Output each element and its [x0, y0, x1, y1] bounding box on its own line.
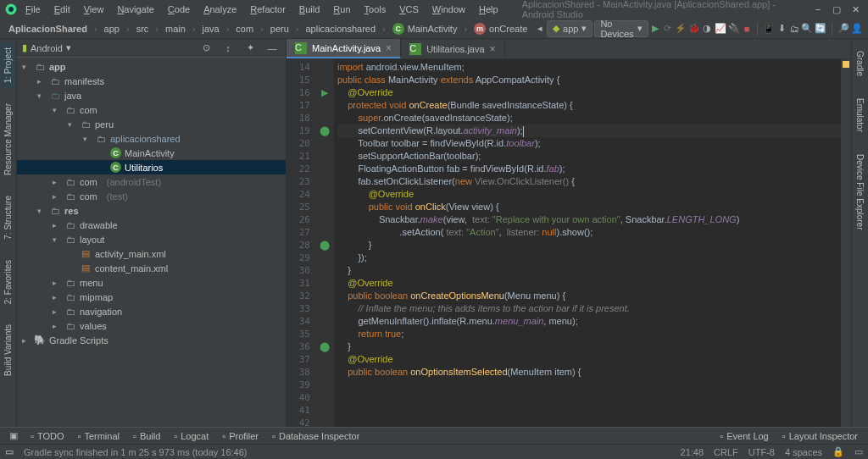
apply-code-changes-button[interactable]: ⚡: [675, 20, 687, 37]
editor-tab-utilitarios-java[interactable]: C Utilitarios.java ×: [401, 39, 504, 58]
resource-manager-button[interactable]: 🗂: [789, 20, 800, 37]
bottom-tool-layout-inspector[interactable]: ▫Layout Inspector: [777, 429, 863, 443]
window-maximize-button[interactable]: ▢: [829, 2, 844, 17]
menu-window[interactable]: Window: [427, 3, 470, 16]
menu-tools[interactable]: Tools: [359, 3, 392, 16]
status-encoding[interactable]: UTF-8: [748, 447, 775, 457]
breadcrumb-peru[interactable]: peru: [267, 22, 292, 36]
tree-node-activity-main-xml[interactable]: ▤ activity_main.xml: [17, 246, 286, 261]
apply-changes-button[interactable]: ⟳: [662, 20, 673, 37]
bottom-tool-profiler[interactable]: ▫Profiler: [217, 429, 264, 443]
run-config-selector[interactable]: ◆ app ▾: [547, 20, 593, 37]
show-toolwindows-icon[interactable]: ▣: [5, 428, 22, 445]
sdk-manager-button[interactable]: ⬇: [776, 20, 787, 37]
window-close-button[interactable]: ✕: [848, 2, 863, 17]
breadcrumb-src[interactable]: src: [133, 22, 153, 36]
menu-code[interactable]: Code: [163, 3, 195, 16]
tree-node-mipmap[interactable]: ▸🗀 mipmap: [17, 290, 286, 304]
tree-node-utilitarios[interactable]: C Utilitarios: [17, 160, 286, 174]
bottom-tool-event-log[interactable]: ▫Event Log: [715, 429, 773, 443]
code-content[interactable]: import android.view.MenuItem;public clas…: [334, 59, 841, 427]
tree-node-values[interactable]: ▸🗀 values: [17, 318, 286, 333]
select-device-back-icon[interactable]: ◂: [534, 20, 545, 37]
project-tree[interactable]: ▾🗀 app ▸🗀 manifests ▾🗀 java ▾🗀 com ▾🗀 pe…: [17, 58, 286, 427]
menu-view[interactable]: View: [79, 3, 109, 16]
profiler-button[interactable]: 📈: [715, 20, 726, 37]
line-number-gutter[interactable]: 14 15 16 17 18 19 20 21 22 23 24 25 26 2…: [287, 59, 315, 427]
tree-node-gradle-scripts[interactable]: ▸🐘 Gradle Scripts: [17, 333, 286, 347]
sidebar-scope-selector[interactable]: ▮ Android ▾: [22, 42, 71, 53]
sidebar-expand-icon[interactable]: ↕: [220, 40, 236, 57]
breadcrumb-app[interactable]: app: [101, 22, 123, 36]
tree-node-manifests[interactable]: ▸🗀 manifests: [17, 74, 286, 88]
coverage-button[interactable]: ◑: [702, 20, 713, 37]
bottom-tool-logcat[interactable]: ▫Logcat: [169, 429, 214, 443]
warning-marker-icon[interactable]: [843, 61, 849, 68]
status-cursor-position[interactable]: 21:48: [681, 447, 704, 457]
avd-manager-button[interactable]: 📱: [763, 20, 775, 37]
bottom-tool-build[interactable]: ▫Build: [128, 429, 165, 443]
rail-tab-gradle[interactable]: Gradle: [854, 46, 866, 81]
bottom-tool-database-inspector[interactable]: ▫Database Inspector: [267, 429, 364, 443]
breadcrumb-java[interactable]: java: [198, 22, 222, 36]
rail-tab-emulator[interactable]: Emulator: [854, 93, 866, 137]
tree-node-mainactivity[interactable]: C MainActivity: [17, 146, 286, 160]
breadcrumb-mainactivity[interactable]: CMainActivity: [389, 21, 461, 36]
tree-node-com-androidtest[interactable]: ▸🗀 com (androidTest): [17, 174, 286, 189]
status-notifications-icon[interactable]: ▭: [854, 446, 863, 457]
status-line-separator[interactable]: CRLF: [714, 447, 738, 457]
close-tab-icon[interactable]: ×: [490, 44, 496, 54]
bottom-tool-todo[interactable]: ▫TODO: [25, 429, 69, 443]
device-selector[interactable]: No Devices ▾: [594, 20, 648, 37]
error-stripe[interactable]: [841, 59, 851, 427]
debug-button[interactable]: 🐞: [688, 20, 700, 37]
tree-node-com-test[interactable]: ▸🗀 com (test): [17, 189, 286, 203]
menu-edit[interactable]: Edit: [49, 3, 75, 16]
search-everywhere-button[interactable]: 🔎: [837, 20, 849, 37]
layout-inspector-button[interactable]: 🔍: [801, 20, 813, 37]
code-editor[interactable]: 14 15 16 17 18 19 20 21 22 23 24 25 26 2…: [287, 59, 851, 427]
sync-gradle-button[interactable]: 🔄: [815, 20, 826, 37]
rail-tab-2-favorites[interactable]: 2: Favorites: [2, 255, 14, 309]
tree-node-res[interactable]: ▾🗀 res: [17, 203, 286, 218]
rail-tab-1-project[interactable]: 1: Project: [2, 42, 14, 88]
gutter-marks[interactable]: ▶⬤⬤⬤⬤: [315, 59, 334, 427]
tree-node-content-main-xml[interactable]: ▤ content_main.xml: [17, 261, 286, 275]
breadcrumb-oncreate[interactable]: monCreate: [470, 21, 531, 36]
run-button[interactable]: ▶: [650, 20, 661, 37]
stop-button[interactable]: ■: [742, 20, 753, 37]
menu-vcs[interactable]: VCS: [394, 3, 424, 16]
breadcrumb-com[interactable]: com: [232, 22, 257, 36]
window-minimize-button[interactable]: −: [810, 2, 826, 17]
status-indent[interactable]: 4 spaces: [785, 447, 822, 457]
rail-tab-7-structure[interactable]: 7: Structure: [2, 191, 14, 245]
rail-tab-device-file-explorer[interactable]: Device File Explorer: [854, 149, 866, 235]
sidebar-select-opened-file-icon[interactable]: ⊙: [198, 40, 214, 57]
breadcrumb-main[interactable]: main: [162, 22, 189, 36]
editor-tab-mainactivity-java[interactable]: C MainActivity.java ×: [287, 39, 401, 58]
ide-settings-button[interactable]: 👤: [851, 20, 863, 37]
bottom-tool-terminal[interactable]: ▫Terminal: [72, 429, 124, 443]
menu-build[interactable]: Build: [294, 3, 325, 16]
breadcrumb-aplicacionshared[interactable]: AplicacionShared: [5, 22, 91, 36]
tree-node-app[interactable]: ▾🗀 app: [17, 59, 286, 74]
menu-help[interactable]: Help: [474, 3, 504, 16]
menu-refactor[interactable]: Refactor: [245, 3, 291, 16]
rail-tab-build-variants[interactable]: Build Variants: [2, 319, 14, 381]
menu-run[interactable]: Run: [328, 3, 355, 16]
tree-node-menu[interactable]: ▸🗀 menu: [17, 275, 286, 290]
tree-node-layout[interactable]: ▾🗀 layout: [17, 232, 286, 246]
attach-debugger-button[interactable]: 🔌: [728, 20, 740, 37]
menu-file[interactable]: File: [20, 3, 46, 16]
tree-node-navigation[interactable]: ▸🗀 navigation: [17, 304, 286, 318]
tree-node-com[interactable]: ▾🗀 com: [17, 102, 286, 117]
tree-node-aplicacionshared[interactable]: ▾🗀 aplicacionshared: [17, 131, 286, 146]
tree-node-drawable[interactable]: ▸🗀 drawable: [17, 218, 286, 232]
menu-analyze[interactable]: Analyze: [198, 3, 242, 16]
close-tab-icon[interactable]: ×: [386, 43, 392, 53]
breadcrumb-aplicacionshared[interactable]: aplicacionshared: [303, 22, 380, 36]
sidebar-hide-icon[interactable]: —: [264, 40, 281, 57]
readonly-lock-icon[interactable]: 🔒: [832, 446, 844, 457]
menu-navigate[interactable]: Navigate: [112, 3, 159, 16]
rail-tab-resource-manager[interactable]: Resource Manager: [2, 98, 14, 180]
